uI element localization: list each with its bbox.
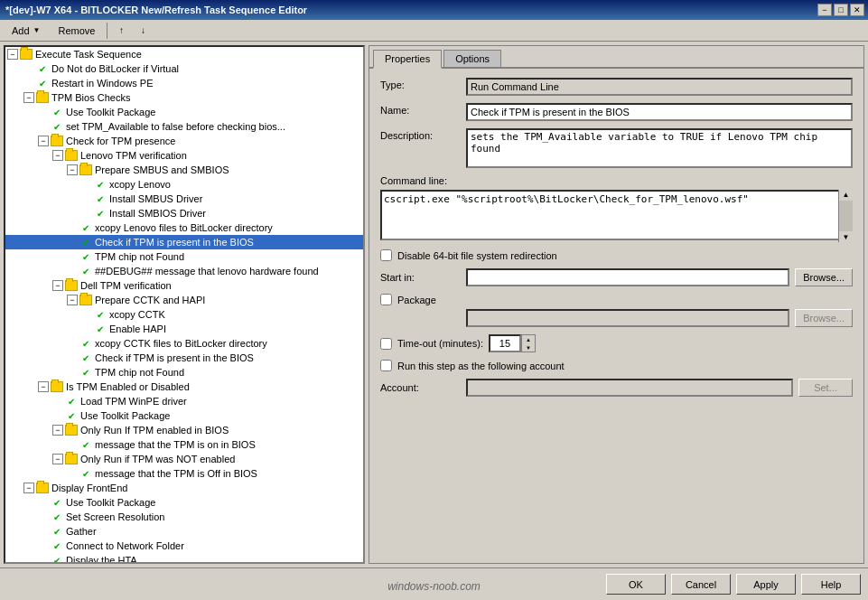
disable64bit-checkbox[interactable] (380, 249, 392, 261)
tree-item[interactable]: ✔message that the TPM is on in BIOS (5, 437, 363, 452)
green-check-icon: ✔ (94, 208, 107, 219)
start-in-field[interactable] (466, 268, 789, 286)
tree-root[interactable]: − Execute Task Sequence (5, 47, 363, 61)
cmd-scroll-down[interactable]: ▼ (839, 231, 853, 242)
ok-button[interactable]: OK (606, 574, 666, 595)
tree-item-label: Only Run If TPM enabled in BIOS (80, 425, 229, 436)
tree-item[interactable]: ✔xcopy CCTK (5, 307, 363, 322)
run-as-checkbox[interactable] (380, 360, 392, 371)
tree-item-label: Install SMBIOS Driver (109, 208, 206, 219)
close-button[interactable]: ✕ (850, 4, 864, 16)
start-in-row: Start in: Browse... (380, 268, 853, 286)
start-in-browse-button[interactable]: Browse... (795, 268, 853, 286)
tree-item-label: Prepare CCTK and HAPI (95, 295, 205, 305)
timeout-checkbox[interactable] (380, 338, 392, 350)
tree-item-label: xcopy Lenovo (109, 179, 171, 190)
tree-item[interactable]: ✔Display the HTA (5, 553, 363, 564)
tree-item[interactable]: −Display FrontEnd (5, 481, 363, 495)
type-field[interactable] (466, 78, 853, 96)
move-down-button[interactable]: ↓ (133, 22, 153, 40)
tree-item-label: TPM chip not Found (95, 251, 184, 262)
timeout-input[interactable] (489, 334, 521, 352)
remove-button[interactable]: Remove (51, 22, 104, 40)
green-check-icon: ✔ (51, 121, 63, 132)
tree-item[interactable]: −Is TPM Enabled or Disabled (5, 380, 363, 394)
cmd-scroll-up[interactable]: ▲ (839, 190, 853, 201)
tree-item[interactable]: ✔set TPM_Available to false before check… (5, 119, 363, 134)
tab-properties[interactable]: Properties (373, 50, 442, 69)
tree-item[interactable]: ✔xcopy Lenovo (5, 177, 363, 192)
start-in-label: Start in: (380, 272, 461, 283)
tree-item[interactable]: ✔Install SMBUS Driver (5, 192, 363, 206)
tree-item[interactable]: ✔Set Screen Resolution (5, 510, 363, 524)
folder-icon (51, 136, 63, 146)
tree-item[interactable]: ✔xcopy CCTK files to BitLocker directory (5, 336, 363, 351)
green-check-icon: ✔ (79, 352, 92, 363)
folder-expand-icon: − (52, 425, 63, 436)
root-folder-icon (20, 49, 33, 60)
add-menu-button[interactable]: Add ▼ (4, 22, 49, 40)
tree-item[interactable]: ✔Use Toolkit Package (5, 105, 363, 119)
tree-item[interactable]: ✔##DEBUG## message that lenovo hardware … (5, 264, 363, 278)
watermark: windows-noob.com (387, 580, 481, 593)
tree-item[interactable]: ✔Restart in Windows PE (5, 76, 363, 90)
tree-item[interactable]: −Only Run If TPM enabled in BIOS (5, 423, 363, 437)
tree-item[interactable]: ✔Load TPM WinPE driver (5, 394, 363, 408)
minimize-button[interactable]: − (817, 4, 832, 16)
tree-item[interactable]: −Check for TPM presence (5, 134, 363, 148)
tree-root-label: Execute Task Sequence (35, 49, 142, 60)
command-field[interactable] (380, 190, 853, 240)
tree-item-label: ##DEBUG## message that lenovo hardware f… (95, 266, 319, 277)
help-button[interactable]: Help (801, 574, 861, 595)
tree-item[interactable]: −Lenovo TPM verification (5, 148, 363, 163)
tree-item[interactable]: ✔message that the TPM is Off in BIOS (5, 466, 363, 481)
tree-item[interactable]: ✔TPM chip not Found (5, 249, 363, 264)
green-check-icon: ✔ (94, 323, 107, 334)
command-line-label: Command line: (380, 175, 853, 186)
tree-item[interactable]: −TPM Bios Checks (5, 90, 363, 105)
tree-item[interactable]: ✔Install SMBIOS Driver (5, 206, 363, 220)
name-field[interactable] (466, 103, 853, 121)
move-up-button[interactable]: ↑ (111, 22, 131, 40)
tree-item[interactable]: ✔xcopy Lenovo files to BitLocker directo… (5, 220, 363, 235)
menu-bar: Add ▼ Remove ↑ ↓ (0, 20, 868, 42)
properties-panel: Type: Name: Description: Command line: (369, 69, 863, 413)
tree-item[interactable]: ✔Enable HAPI (5, 322, 363, 336)
task-sequence-tree[interactable]: − Execute Task Sequence ✔Do Not do BitLo… (4, 45, 365, 564)
tree-item[interactable]: ✔Use Toolkit Package (5, 408, 363, 423)
folder-icon (36, 483, 49, 493)
folder-icon (79, 164, 92, 175)
tree-item[interactable]: ✔Do Not do BitLocker if Virtual (5, 61, 363, 76)
tree-item[interactable]: ✔Check if TPM is present in the BIOS (5, 351, 363, 365)
tab-options[interactable]: Options (443, 50, 501, 67)
maximize-button[interactable]: □ (834, 4, 848, 16)
tree-item-label: Connect to Network Folder (66, 540, 184, 551)
green-check-icon: ✔ (94, 309, 107, 320)
tree-item[interactable]: ✔TPM chip not Found (5, 365, 363, 380)
green-check-icon: ✔ (65, 396, 78, 407)
tree-item[interactable]: ✔Connect to Network Folder (5, 539, 363, 553)
tree-item[interactable]: −Prepare SMBUS and SMBIOS (5, 163, 363, 177)
tree-item[interactable]: −Prepare CCTK and HAPI (5, 293, 363, 307)
title-bar: *[dev]-W7 X64 - BITLOCKER New/Refresh Ta… (0, 0, 868, 20)
package-checkbox[interactable] (380, 294, 392, 305)
folder-icon (36, 92, 49, 103)
tree-item[interactable]: −Only Run if TPM was NOT enabled (5, 452, 363, 466)
tree-item[interactable]: ✔Gather (5, 524, 363, 539)
spin-up-button[interactable]: ▲ (522, 335, 535, 343)
tree-item-label: Dell TPM verification (80, 280, 172, 291)
tree-item-label: Load TPM WinPE driver (80, 396, 187, 407)
apply-button[interactable]: Apply (736, 574, 796, 595)
tree-item[interactable]: ✔Use Toolkit Package (5, 495, 363, 510)
description-field[interactable] (466, 128, 853, 168)
tree-item-label: xcopy CCTK (109, 309, 165, 320)
spin-down-button[interactable]: ▼ (522, 343, 535, 352)
cancel-button[interactable]: Cancel (671, 574, 731, 595)
green-check-icon: ✔ (51, 107, 63, 117)
folder-expand-icon: − (52, 280, 63, 291)
tree-item[interactable]: ✔Check if TPM is present in the BIOS (5, 235, 363, 249)
tree-item[interactable]: −Dell TPM verification (5, 278, 363, 293)
tree-item-label: Use Toolkit Package (66, 107, 155, 117)
cmd-scrollbar-thumb[interactable] (839, 201, 853, 232)
spinner-buttons: ▲ ▼ (521, 334, 536, 352)
